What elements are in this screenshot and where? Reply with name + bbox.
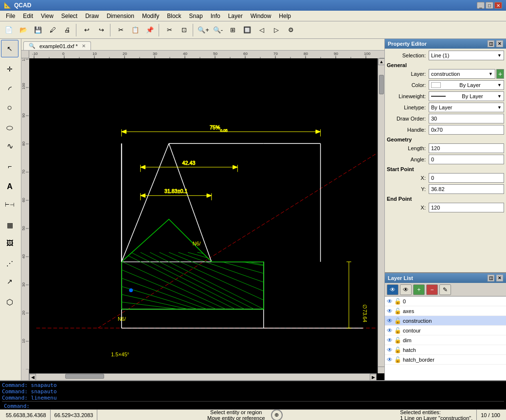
layer-list-float[interactable]: ◫ bbox=[488, 275, 494, 281]
tb-zoom-next[interactable]: ▷ bbox=[270, 23, 283, 37]
layer-delete-button[interactable]: − bbox=[426, 284, 438, 295]
menu-window[interactable]: Window bbox=[247, 12, 275, 20]
hscroll-thumb[interactable] bbox=[65, 374, 104, 379]
tb-undo[interactable]: ↩ bbox=[80, 23, 93, 37]
layer-list-close[interactable]: ✕ bbox=[496, 275, 503, 281]
menu-info[interactable]: Info bbox=[207, 12, 224, 20]
menu-view[interactable]: View bbox=[37, 12, 57, 20]
canvas-container[interactable]: // Will be drawn via JS bbox=[21, 51, 384, 380]
layer-item-construction[interactable]: 👁 🔓 construction bbox=[385, 316, 506, 326]
prop-value-draworder[interactable]: 30 bbox=[429, 114, 504, 123]
tool-dimension[interactable]: ⊢⊣ bbox=[1, 196, 18, 213]
command-input[interactable] bbox=[32, 403, 502, 409]
tool-3d[interactable]: ⬡ bbox=[1, 293, 18, 311]
prop-value-sx[interactable]: 0 bbox=[429, 173, 504, 183]
prop-editor-float[interactable]: ◫ bbox=[488, 40, 494, 47]
tb-zoom-win[interactable]: 🔲 bbox=[240, 23, 254, 37]
tool-snap[interactable]: ⋰ bbox=[1, 255, 18, 272]
tb-save[interactable]: 💾 bbox=[31, 23, 45, 37]
prop-row-draworder: Draw Order: 30 bbox=[387, 114, 504, 123]
menu-modify[interactable]: Modify bbox=[138, 12, 163, 20]
prop-value-ex[interactable]: 120 bbox=[429, 203, 504, 212]
menu-edit[interactable]: Edit bbox=[19, 12, 37, 20]
tool-hatch[interactable]: ▦ bbox=[1, 216, 18, 234]
close-button[interactable]: ✕ bbox=[494, 2, 502, 9]
tb-print[interactable]: 🖨 bbox=[60, 23, 74, 37]
main-drawing-svg[interactable]: // Will be drawn via JS bbox=[29, 58, 384, 380]
prop-select-selection[interactable]: Line (1) ▼ bbox=[429, 51, 504, 60]
prop-value-angle[interactable]: 0 bbox=[429, 155, 504, 164]
layer-item-dim[interactable]: 👁 🔓 dim bbox=[385, 335, 506, 345]
dim-text-3: 31.83±0.1 bbox=[164, 188, 188, 194]
menu-layer[interactable]: Layer bbox=[224, 12, 247, 20]
prop-value-sy[interactable]: 36.82 bbox=[429, 184, 504, 194]
tb-open[interactable]: 📂 bbox=[17, 23, 30, 37]
tab-label: example01.dxf * bbox=[39, 43, 78, 49]
tb-save-as[interactable]: 🖊 bbox=[46, 23, 59, 37]
layer-add-button[interactable]: + bbox=[413, 284, 425, 295]
layer-item-hatch-border[interactable]: 👁 🔓 hatch_border bbox=[385, 355, 506, 365]
window-controls: _ □ ✕ bbox=[477, 2, 502, 9]
layer-edit-button[interactable]: ✎ bbox=[439, 284, 451, 295]
hscroll-right-button[interactable]: ▶ bbox=[370, 374, 377, 381]
tool-ellipse[interactable]: ⬭ bbox=[1, 119, 18, 137]
prop-editor-close[interactable]: ✕ bbox=[496, 40, 503, 47]
layer-add-button[interactable]: + bbox=[496, 69, 504, 79]
horizontal-scrollbar[interactable]: ◀ ▶ bbox=[29, 373, 377, 380]
vscroll-top-button[interactable]: ▲ bbox=[378, 58, 384, 65]
layer-item-hatch[interactable]: 👁 🔓 hatch bbox=[385, 345, 506, 355]
menu-block[interactable]: Block bbox=[163, 12, 185, 20]
tool-spline[interactable]: ∿ bbox=[1, 137, 18, 155]
tb-settings[interactable]: ⚙ bbox=[284, 23, 298, 37]
vertical-scrollbar[interactable]: ▲ ▼ bbox=[378, 58, 384, 373]
tb-zoom-out[interactable]: 🔍- bbox=[211, 23, 225, 37]
vscroll-thumb[interactable] bbox=[379, 75, 384, 94]
tb-redo[interactable]: ↪ bbox=[94, 23, 108, 37]
document-tab[interactable]: 🔍 example01.dxf * ✕ bbox=[23, 41, 91, 50]
tool-constraint[interactable]: ↗ bbox=[1, 273, 18, 290]
tool-arc[interactable]: ◜ bbox=[1, 81, 18, 98]
maximize-button[interactable]: □ bbox=[486, 2, 493, 9]
menu-help[interactable]: Help bbox=[275, 12, 295, 20]
tool-image[interactable]: 🖼 bbox=[1, 234, 18, 252]
tb-cut[interactable]: ✂ bbox=[163, 23, 176, 37]
prop-value-handle: 0x70 bbox=[429, 125, 504, 135]
layer-hide-all[interactable]: 👁 bbox=[400, 284, 412, 295]
prop-row-angle: Angle: 0 bbox=[387, 155, 504, 164]
menu-draw[interactable]: Draw bbox=[81, 12, 103, 20]
menu-dimension[interactable]: Dimension bbox=[103, 12, 138, 20]
tab-close-button[interactable]: ✕ bbox=[82, 43, 86, 49]
tb-paste2[interactable]: ⊡ bbox=[177, 23, 191, 37]
tool-select-crosshair[interactable]: ✛ bbox=[1, 60, 18, 78]
tb-new[interactable]: 📄 bbox=[2, 23, 16, 37]
tb-delete[interactable]: ✂ bbox=[114, 23, 127, 37]
cmd-line-2: Command: snapauto bbox=[2, 388, 504, 395]
minimize-button[interactable]: _ bbox=[477, 2, 485, 9]
layer-item-0[interactable]: 👁 🔓 0 bbox=[385, 297, 506, 306]
tb-zoom-prev[interactable]: ◁ bbox=[255, 23, 269, 37]
color-value: By Layer bbox=[459, 82, 480, 88]
tb-paste[interactable]: 📌 bbox=[143, 23, 157, 37]
tb-zoom-in[interactable]: 🔍+ bbox=[197, 23, 210, 37]
tab-bar: 🔍 example01.dxf * ✕ bbox=[21, 39, 384, 51]
tb-copy[interactable]: 📋 bbox=[128, 23, 142, 37]
prop-select-layer[interactable]: construction ▼ bbox=[429, 69, 495, 79]
prop-select-lineweight[interactable]: By Layer ▼ bbox=[429, 91, 504, 101]
drawing-canvas[interactable]: // Will be drawn via JS bbox=[29, 58, 384, 380]
hscroll-left-button[interactable]: ◀ bbox=[29, 374, 36, 381]
prop-select-color[interactable]: By Layer ▼ bbox=[429, 80, 504, 90]
layer-show-all[interactable]: 👁 bbox=[387, 284, 398, 295]
tool-circle[interactable]: ○ bbox=[1, 99, 18, 116]
layer-name-axes: axes bbox=[403, 308, 414, 314]
tool-select-arrow[interactable]: ↖ bbox=[1, 40, 18, 57]
layer-item-contour[interactable]: 👁 🔓 contour bbox=[385, 326, 506, 335]
prop-value-length[interactable]: 120 bbox=[429, 143, 504, 153]
tb-zoom-fit[interactable]: ⊞ bbox=[226, 23, 239, 37]
menu-snap[interactable]: Snap bbox=[185, 12, 207, 20]
prop-select-linetype[interactable]: By Layer ▼ bbox=[429, 103, 504, 112]
menu-select[interactable]: Select bbox=[57, 12, 81, 20]
menu-file[interactable]: File bbox=[2, 12, 19, 20]
tool-text[interactable]: A bbox=[1, 178, 18, 195]
layer-item-axes[interactable]: 👁 🔓 axes bbox=[385, 306, 506, 316]
tool-polyline[interactable]: ⌐ bbox=[1, 158, 18, 175]
